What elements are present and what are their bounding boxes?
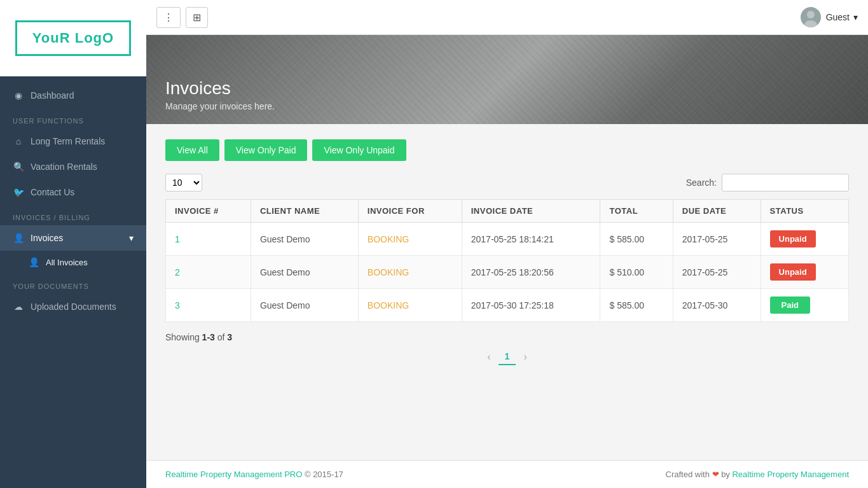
search-input[interactable] [722,174,849,192]
page-1-button[interactable]: 1 [499,349,516,365]
due-date-cell: 2017-05-25 [673,256,761,289]
hero-text: Invoices Manage your invoices here. [165,78,275,111]
col-status: STATUS [761,200,848,223]
sidebar-subitem-all-invoices[interactable]: 👤 All Invoices [0,251,146,274]
main-content: ⋮ ⊞ Guest ▾ Invoices Manage y [146,0,868,488]
chevron-down-icon: ▾ [129,233,134,243]
table-row: 3Guest DemoBOOKING2017-05-30 17:25:18$ 5… [166,289,849,322]
showing-of: of [215,332,227,342]
user-dropdown[interactable]: Guest ▾ [826,12,858,22]
col-total: TOTAL [600,200,673,223]
dropdown-icon: ▾ [853,12,858,22]
grid-icon: ⊞ [193,12,201,23]
user-functions-section-label: USER FUNCTIONS [0,108,146,129]
sidebar-item-dashboard[interactable]: ◉ Dashboard [0,83,146,108]
col-due-date: DUE DATE [673,200,761,223]
client-name-cell: Guest Demo [251,256,358,289]
twitter-icon: 🐦 [13,187,24,197]
invoice-date-cell: 2017-05-25 18:14:21 [462,223,600,256]
due-date-cell: 2017-05-30 [673,289,761,322]
showing-range: 1-3 [202,332,215,342]
invoice-num-cell[interactable]: 2 [166,256,251,289]
filter-row: View All View Only Paid View Only Unpaid [165,139,849,161]
sidebar-item-label: Vacation Rentals [31,162,97,172]
status-cell: Unpaid [761,256,848,289]
per-page-dropdown[interactable]: 10 25 50 100 [165,174,202,192]
page-content: View All View Only Paid View Only Unpaid… [146,124,868,460]
search-label: Search: [686,178,717,188]
your-documents-section-label: YOUR DOCUMENTS [0,274,146,294]
footer-left: Realtime Property Management PRO © 2015-… [165,470,343,479]
pagination-area: Showing 1-3 of 3 ‹ 1 › [165,332,849,365]
copyright-text: © 2015-17 [305,470,343,479]
logo-area: YouR LogO [0,0,146,76]
total-cell: $ 585.00 [600,223,673,256]
sidebar-item-label: Dashboard [31,90,74,101]
invoices-billing-section-label: INVOICES / BILLING [0,205,146,225]
topbar: ⋮ ⊞ Guest ▾ [146,0,868,35]
invoice-num-cell[interactable]: 1 [166,223,251,256]
view-only-paid-button[interactable]: View Only Paid [224,139,308,161]
sidebar-item-contact-us[interactable]: 🐦 Contact Us [0,179,146,205]
client-name-cell: Guest Demo [251,289,358,322]
grid-button[interactable]: ⊞ [186,7,208,28]
table-body: 1Guest DemoBOOKING2017-05-25 18:14:21$ 5… [166,223,849,322]
invoice-for-cell[interactable]: BOOKING [358,289,462,322]
topbar-left: ⋮ ⊞ [156,7,208,28]
showing-total: 3 [227,332,232,342]
invoice-num-cell[interactable]: 3 [166,289,251,322]
table-header-row: INVOICE # CLIENT NAME INVOICE FOR INVOIC… [166,200,849,223]
search-icon: 🔍 [13,162,24,172]
showing-text: Showing 1-3 of 3 [165,332,849,342]
col-invoice-num: INVOICE # [166,200,251,223]
user-sub-icon: 👤 [28,257,39,267]
topbar-right: Guest ▾ [801,7,858,27]
page-title: Invoices [165,78,275,99]
invoice-date-cell: 2017-05-25 18:20:56 [462,256,600,289]
svg-point-1 [807,11,815,18]
sidebar: YouR LogO ◉ Dashboard USER FUNCTIONS ⌂ L… [0,0,146,488]
status-badge[interactable]: Paid [770,296,810,314]
sidebar-item-label: Contact Us [31,187,74,197]
due-date-cell: 2017-05-25 [673,223,761,256]
table-row: 2Guest DemoBOOKING2017-05-25 18:20:56$ 5… [166,256,849,289]
view-all-button[interactable]: View All [165,139,219,161]
invoices-row-left: 👤 Invoices [13,233,63,243]
logo-box: YouR LogO [15,20,131,56]
menu-icon: ⋮ [163,12,174,23]
prev-page-button[interactable]: ‹ [482,349,495,365]
crafted-link[interactable]: Realtime Property Management [732,470,849,479]
invoice-for-cell[interactable]: BOOKING [358,256,462,289]
invoice-for-cell[interactable]: BOOKING [358,223,462,256]
user-icon: 👤 [13,233,24,243]
page-subtitle: Manage your invoices here. [165,101,275,111]
avatar [801,7,821,27]
user-name: Guest [826,12,850,22]
total-cell: $ 510.00 [600,256,673,289]
sidebar-item-label: Long Term Rentals [31,136,105,146]
brand-link[interactable]: Realtime Property Management PRO [165,470,302,479]
status-badge[interactable]: Unpaid [770,230,816,247]
hero-banner: Invoices Manage your invoices here. [146,35,868,124]
status-badge[interactable]: Unpaid [770,263,816,281]
search-box: Search: [686,174,849,192]
sidebar-item-long-term-rentals[interactable]: ⌂ Long Term Rentals [0,129,146,154]
col-invoice-for: INVOICE FOR [358,200,462,223]
crafted-by-text: by [721,470,732,479]
menu-button[interactable]: ⋮ [156,7,181,28]
cloud-icon: ☁ [13,302,24,312]
table-row: 1Guest DemoBOOKING2017-05-25 18:14:21$ 5… [166,223,849,256]
invoices-label: Invoices [31,233,63,243]
dashboard-icon: ◉ [13,90,24,101]
pagination: ‹ 1 › [165,349,849,365]
showing-prefix: Showing [165,332,202,342]
sidebar-item-uploaded-documents[interactable]: ☁ Uploaded Documents [0,294,146,319]
sidebar-item-invoices[interactable]: 👤 Invoices ▾ [0,225,146,251]
col-client-name: CLIENT NAME [251,200,358,223]
invoice-table: INVOICE # CLIENT NAME INVOICE FOR INVOIC… [165,199,849,322]
next-page-button[interactable]: › [518,349,532,365]
sidebar-item-vacation-rentals[interactable]: 🔍 Vacation Rentals [0,154,146,179]
total-cell: $ 585.00 [600,289,673,322]
view-only-unpaid-button[interactable]: View Only Unpaid [312,139,406,161]
home-icon: ⌂ [13,136,24,146]
